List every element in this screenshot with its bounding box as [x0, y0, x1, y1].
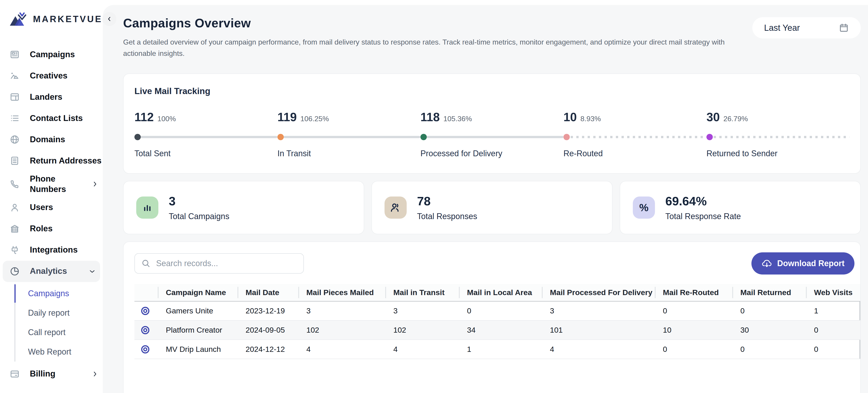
sidebar-nav: Campaigns Creatives Landers Contact List… — [0, 44, 103, 385]
download-report-button[interactable]: Download Report — [751, 252, 855, 275]
progress-dot — [563, 134, 570, 140]
column-header-mail-re-routed[interactable]: Mail Re-Routed — [655, 284, 732, 301]
total-response-rate-card: % 69.64% Total Response Rate — [620, 181, 861, 234]
card-value: 78 — [417, 194, 477, 208]
stat-percent: 105.36% — [443, 115, 472, 123]
column-header-campaign-name[interactable]: Campaign Name — [158, 284, 238, 301]
analytics-submenu: Campaigns Daily report Call report Web R… — [14, 284, 103, 362]
submenu-item-web-report[interactable]: Web Report — [16, 342, 103, 362]
date-range-value: Last Year — [764, 23, 800, 33]
column-header-web-visits[interactable]: Web Visits — [806, 284, 861, 301]
sidebar-collapse-button[interactable] — [102, 12, 116, 26]
pie-chart-icon — [9, 266, 20, 277]
sidebar-item-campaigns[interactable]: Campaigns — [0, 44, 103, 65]
card-label: Total Response Rate — [665, 212, 741, 221]
sidebar-item-analytics[interactable]: Analytics — [3, 261, 100, 282]
bar-chart-icon — [142, 202, 153, 213]
cell-campaign-name: Gamers Unite — [158, 301, 238, 320]
percent-icon: % — [639, 201, 649, 214]
sidebar-item-label: Contact Lists — [30, 113, 83, 123]
progress-line — [283, 136, 421, 138]
cell-re-routed: 0 — [655, 340, 732, 359]
progress-segment-returned — [707, 134, 849, 140]
cell-in-transit: 102 — [385, 320, 459, 340]
sidebar-item-users[interactable]: Users — [0, 197, 103, 218]
calendar-icon — [839, 23, 849, 33]
stat-label: Re-Routed — [563, 149, 707, 158]
sidebar-item-label: Analytics — [30, 266, 67, 276]
campaigns-icon — [9, 49, 20, 60]
submenu-item-campaigns[interactable]: Campaigns — [16, 284, 103, 303]
search-input[interactable] — [156, 259, 297, 268]
sidebar-item-landers[interactable]: Landers — [0, 86, 103, 108]
cell-processed: 3 — [542, 301, 655, 320]
sidebar-item-roles[interactable]: Roles — [0, 218, 103, 240]
cell-re-routed: 10 — [655, 320, 732, 340]
view-campaign-button[interactable] — [140, 343, 151, 355]
user-icon — [9, 202, 20, 213]
tracking-stat: 112 100% — [134, 110, 277, 124]
chevron-down-icon — [89, 268, 96, 275]
column-header-mail-in-local-area[interactable]: Mail in Local Area — [459, 284, 542, 301]
cell-in-transit: 3 — [385, 301, 459, 320]
progress-segment-total-sent — [134, 134, 277, 140]
progress-dot — [421, 134, 427, 140]
stat-value: 10 — [563, 110, 577, 124]
column-header-mail-date[interactable]: Mail Date — [238, 284, 298, 301]
card-label: Total Campaigns — [169, 212, 229, 221]
column-header-mail-processed[interactable]: Mail Processed For Delivery — [542, 284, 655, 301]
main-content: Campaigns Overview Get a detailed overvi… — [103, 5, 868, 393]
card-value: 3 — [169, 194, 229, 208]
sidebar-item-label: Roles — [30, 223, 53, 234]
sidebar-item-integrations[interactable]: Integrations — [0, 240, 103, 261]
cell-web-visits: 1 — [806, 301, 861, 320]
tracking-stat: 119 106.25% — [277, 110, 421, 124]
stat-value: 118 — [421, 110, 440, 124]
cell-web-visits: 0 — [806, 320, 861, 340]
progress-line — [140, 136, 277, 138]
progress-segment-re-routed — [563, 134, 707, 140]
table-row: Platform Creator 2024-09-05 102 102 34 1… — [134, 320, 861, 340]
cell-mail-date: 2024-09-05 — [238, 320, 298, 340]
sidebar-item-contact-lists[interactable]: Contact Lists — [0, 108, 103, 129]
sidebar-item-billing[interactable]: Billing — [0, 363, 103, 385]
column-header-mail-returned[interactable]: Mail Returned — [732, 284, 806, 301]
date-range-selector[interactable]: Last Year — [752, 17, 861, 38]
submenu-item-daily-report[interactable]: Daily report — [16, 303, 103, 323]
column-header-mail-pieces-mailed[interactable]: Mail Pieces Mailed — [298, 284, 385, 301]
sidebar: MARKETVUE Campaigns Creatives Landers Co… — [0, 0, 103, 393]
page-description: Get a detailed overview of your campaign… — [123, 37, 738, 59]
contact-lists-icon — [9, 113, 20, 123]
sidebar-item-domains[interactable]: Domains — [0, 129, 103, 150]
stat-value: 119 — [277, 110, 297, 124]
column-header-actions — [134, 284, 158, 301]
card-label: Total Responses — [417, 212, 477, 221]
sidebar-item-label: Users — [30, 202, 53, 213]
table-toolbar: Download Report — [124, 242, 860, 284]
stat-value: 112 — [134, 110, 154, 124]
page-title: Campaigns Overview — [123, 16, 752, 30]
globe-icon — [9, 134, 20, 145]
eye-icon — [140, 344, 151, 355]
card-value: 69.64% — [665, 194, 741, 208]
cell-re-routed: 0 — [655, 301, 732, 320]
sidebar-item-creatives[interactable]: Creatives — [0, 65, 103, 86]
submenu-item-call-report[interactable]: Call report — [16, 323, 103, 342]
campaigns-table: Campaign Name Mail Date Mail Pieces Mail… — [134, 284, 861, 359]
bank-icon — [9, 224, 20, 234]
progress-dot — [707, 134, 713, 140]
cell-pieces-mailed: 102 — [298, 320, 385, 340]
view-campaign-button[interactable] — [140, 324, 151, 336]
sidebar-item-return-addresses[interactable]: Return Addresses — [0, 150, 103, 171]
cell-in-transit: 4 — [385, 340, 459, 359]
progress-dot — [277, 134, 284, 140]
sidebar-item-phone-numbers[interactable]: Phone Numbers — [0, 171, 103, 197]
column-header-mail-in-transit[interactable]: Mail in Transit — [385, 284, 459, 301]
table-row: Gamers Unite 2023-12-19 3 3 0 3 0 0 1 — [134, 301, 861, 320]
view-campaign-button[interactable] — [140, 305, 151, 317]
sidebar-item-label: Return Addresses — [30, 156, 101, 166]
eye-icon — [140, 325, 151, 335]
progress-segment-processed — [421, 134, 563, 140]
progress-dot — [134, 134, 141, 140]
search-icon — [141, 259, 151, 268]
